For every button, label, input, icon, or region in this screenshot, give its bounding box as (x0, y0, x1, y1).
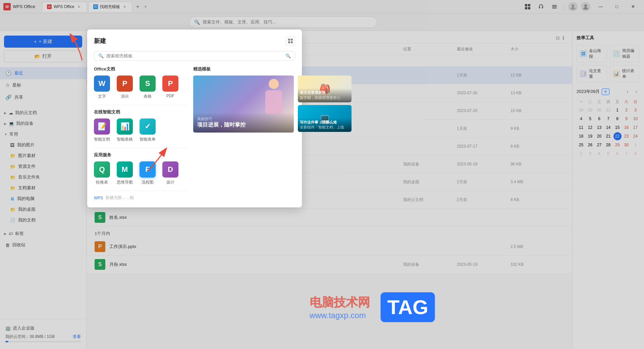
online-doc-icons: 📝 智能文档 📊 智能表格 ✓ 智能表单 (94, 118, 188, 142)
svg-rect-14 (291, 41, 293, 43)
doc-ppt[interactable]: P 演示 (117, 76, 133, 99)
doc-excel[interactable]: S 表格 (140, 76, 156, 99)
svg-rect-13 (288, 41, 290, 43)
doc-pdf[interactable]: P PDF (162, 76, 178, 99)
app-design[interactable]: D 设计 (162, 161, 178, 185)
ppt-icon: P (117, 76, 133, 92)
dialog-search-input[interactable] (106, 53, 283, 58)
doc-smart-table[interactable]: 📊 智能表格 (117, 118, 133, 142)
template-main-title: 项目进展，随时掌控 (197, 121, 290, 129)
mindmap-icon: M (117, 161, 133, 178)
app-flowchart[interactable]: F 流程图 (140, 161, 156, 185)
dialog-office-section: Office文档 (94, 66, 188, 72)
doc-word[interactable]: W 文字 (94, 76, 110, 99)
template-small-grid: 🎒 班主任常用表格 新学期，班级管理更舒心 💻 (298, 76, 352, 133)
pdf-label: PDF (166, 94, 174, 98)
svg-rect-12 (291, 39, 293, 41)
smart-doc-icon: 📝 (94, 118, 110, 135)
template-small-1-subtitle: 新学期，班级管理更舒心 (300, 95, 350, 100)
svg-rect-11 (288, 39, 290, 41)
dialog-apps-section: 应用服务 (94, 152, 188, 158)
word-icon: W (94, 76, 110, 92)
mindmap-label: 思维导图 (117, 180, 133, 185)
flowchart-label: 流程图 (142, 180, 154, 185)
dialog-header: 新建 (94, 36, 295, 46)
dialog-search-icon: 🔍 (98, 53, 104, 58)
design-icon: D (162, 161, 178, 178)
pdf-icon-dialog: P (162, 76, 178, 92)
qingwei-label: 轻推表 (96, 180, 108, 185)
dialog-title: 新建 (94, 37, 106, 45)
smart-table-icon: 📊 (117, 118, 133, 135)
excel-label: 表格 (144, 94, 152, 99)
qingwei-icon: Q (94, 161, 110, 178)
dialog-divider-1 (94, 105, 188, 105)
template-small-1-title: 班主任常用表格 (300, 90, 350, 95)
dialog-online-section: 在线智能文档 (94, 109, 188, 115)
excel-icon: S (140, 76, 156, 92)
flowchart-icon: F (140, 161, 156, 178)
doc-smart-doc[interactable]: 📝 智能文档 (94, 118, 110, 142)
dialog-search-submit-icon[interactable]: 🔍 (285, 53, 291, 58)
template-small-1[interactable]: 🎒 班主任常用表格 新学期，班级管理更舒心 (298, 76, 352, 102)
template-small-1-info: 班主任常用表格 新学期，班级管理更舒心 (298, 88, 352, 102)
app-mindmap[interactable]: M 思维导图 (117, 161, 133, 185)
app-icons-row: Q 轻推表 M 思维导图 F 流程图 D 设计 (94, 161, 188, 185)
smart-table-label: 智能表格 (117, 137, 133, 142)
selected-templates-title: 精选模板 (193, 66, 352, 72)
template-small-2-subtitle: 全新组件「智能文档」上线 (300, 125, 350, 130)
ppt-label: 演示 (121, 94, 129, 99)
footer-text: 新建无限……能 (106, 195, 134, 201)
app-qingwei[interactable]: Q 轻推表 (94, 161, 110, 185)
template-small-2-title: 写作这件事，没那么难 (300, 120, 350, 125)
wps-brand: WPS (94, 196, 103, 200)
dialog-view-button[interactable] (286, 36, 295, 46)
template-main[interactable]: 高效技巧 项目进展，随时掌控 (193, 76, 294, 133)
smart-form-icon: ✓ (140, 118, 156, 135)
template-small-2[interactable]: 💻 写作这件事，没那么难 全新组件「智能文档」上线 (298, 105, 352, 132)
template-main-overlay: 高效技巧 项目进展，随时掌控 (193, 112, 294, 133)
dialog-search-bar[interactable]: 🔍 🔍 (94, 51, 295, 61)
office-doc-icons: W 文字 P 演示 S 表格 P PDF (94, 76, 188, 99)
smart-doc-label: 智能文档 (94, 137, 110, 142)
design-label: 设计 (166, 180, 174, 185)
smart-form-label: 智能表单 (140, 137, 156, 142)
template-area: 高效技巧 项目进展，随时掌控 🎒 班主任常用表格 新学期，班级管理更舒心 (193, 76, 352, 133)
doc-smart-form[interactable]: ✓ 智能表单 (140, 118, 156, 142)
dialog-footer: WPS 新建无限……能 (94, 191, 188, 201)
template-small-2-info: 写作这件事，没那么难 全新组件「智能文档」上线 (298, 118, 352, 132)
overlay: 新建 🔍 🔍 Office文档 W 文字 P (0, 0, 644, 349)
word-label: 文字 (98, 94, 106, 99)
template-main-tag: 高效技巧 (197, 116, 290, 121)
new-dialog: 新建 🔍 🔍 Office文档 W 文字 P (87, 30, 302, 207)
dialog-divider-2 (94, 148, 188, 148)
